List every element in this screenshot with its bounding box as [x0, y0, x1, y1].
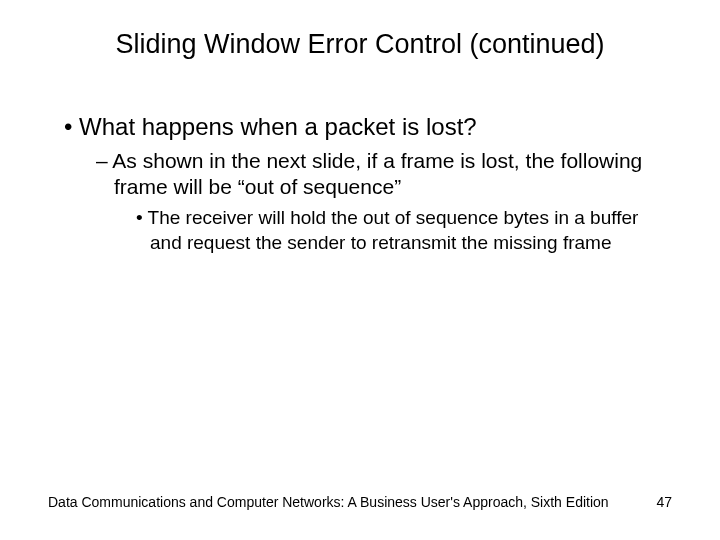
slide-title: Sliding Window Error Control (continued) [48, 28, 672, 62]
footer-source: Data Communications and Computer Network… [48, 494, 609, 510]
slide-footer: Data Communications and Computer Network… [48, 494, 672, 510]
bullet-level1: What happens when a packet is lost? [64, 112, 672, 142]
slide: Sliding Window Error Control (continued)… [0, 0, 720, 540]
bullet-level2: As shown in the next slide, if a frame i… [96, 148, 672, 201]
bullet-level3: The receiver will hold the out of sequen… [136, 206, 672, 255]
page-number: 47 [656, 494, 672, 510]
